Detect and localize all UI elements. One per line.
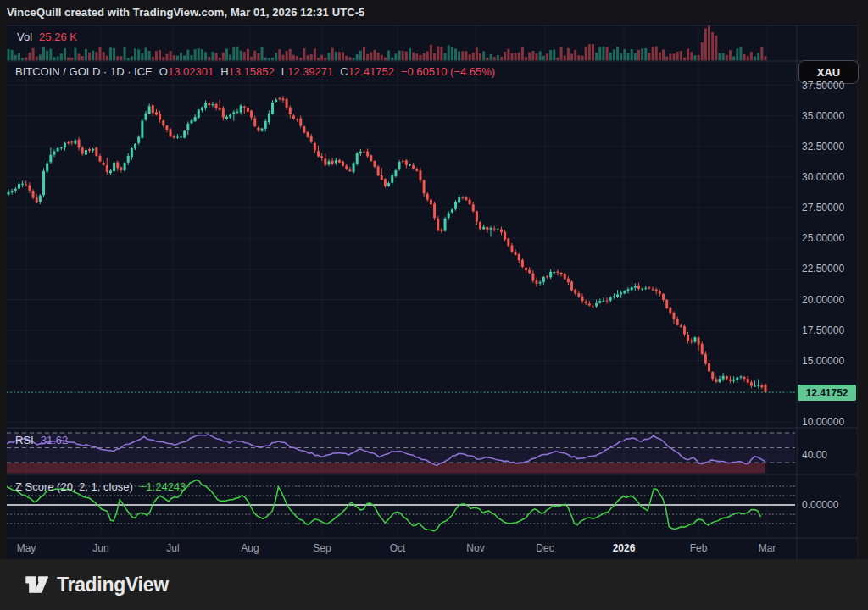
time-axis-label: 2026 [598,542,649,554]
zscore-label: Z Score (20, 2, 1, close) [15,480,133,493]
price-axis-label: 15.00000 [802,355,844,367]
price-axis-label: 30.00000 [802,171,844,183]
time-axis-label: Feb [673,542,724,554]
rsi-axis-label: 40.00 [802,449,827,461]
price-axis-label: 32.50000 [802,141,844,152]
page: { "header": { "text": "VinceQuill create… [0,0,868,610]
ohlc-low: L12.39271 [281,65,333,78]
price-axis-label: 27.50000 [802,202,844,214]
zscore-value: −1.24243 [140,480,186,493]
price-axis-label: 17.50000 [802,324,844,336]
tradingview-logo-text: TradingView [57,574,169,596]
price-axis-label: 35.00000 [802,110,844,122]
time-axis-label: May [1,542,52,554]
price-axis-label: 10.00000 [802,416,844,428]
ohlc-high: H13.15852 [220,65,275,78]
rsi-value: 31.62 [41,434,69,446]
price-axis-label: 22.50000 [802,263,844,274]
time-axis-label: Oct [372,542,423,554]
time-axis-label: Jul [147,542,198,554]
tradingview-logo[interactable]: TradingView [25,574,169,596]
rsi-label: RSI [15,434,34,446]
zscore-axis-label: 0.00000 [802,499,838,511]
volume-label: Vol [17,30,32,43]
price-axis-label: 20.00000 [802,294,844,306]
time-axis-label: Sep [297,542,348,554]
time-axis-label: Dec [520,542,570,554]
volume-legend: Vol 25.26 K [17,30,77,43]
zscore-legend: Z Score (20, 2, 1, close) −1.24243 [15,480,186,493]
price-axis-label: 25.00000 [802,232,844,244]
change-value: −0.60510 (−4.65%) [401,65,495,78]
attribution-header: VinceQuill created with TradingView.com,… [7,6,364,19]
chart-canvas[interactable] [7,23,858,559]
last-price-badge: 12.41752 [798,385,856,401]
chart-widget [7,23,858,559]
volume-value: 25.26 K [39,30,77,43]
ohlc-close: C12.41752 [340,65,394,78]
footer-bar: TradingView [0,559,868,610]
symbol-title: BITCOIN / GOLD · 1D · ICE [15,65,153,78]
time-axis-label: Jun [75,542,126,554]
ohlc-open: O13.02301 [159,65,214,78]
time-axis-label: Aug [225,542,275,554]
rsi-legend: RSI 31.62 [15,434,68,446]
symbol-legend: BITCOIN / GOLD · 1D · ICE O13.02301 H13.… [15,65,495,78]
time-axis-label: Nov [450,542,501,554]
time-axis-label: Mar [742,542,793,554]
tradingview-logo-icon [25,574,49,596]
price-axis-label: 37.50000 [802,80,844,92]
